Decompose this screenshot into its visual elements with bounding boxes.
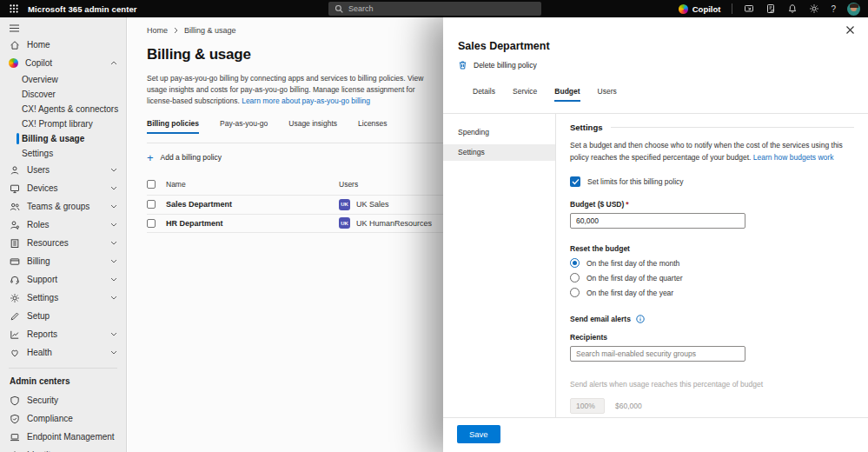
column-header-name: Name [166,180,339,189]
sidebar-item-copilot[interactable]: Copilot [0,54,126,72]
sidebar-item-security[interactable]: Security [0,391,126,409]
search-input[interactable] [348,4,535,13]
person-key-icon [9,220,20,230]
chevron-up-icon [108,61,119,65]
sidebar-item-copilot-settings[interactable]: Settings [0,146,126,161]
sidebar-item-health[interactable]: Health [0,343,126,362]
radio-reset-month[interactable]: On the first day of the month [570,258,854,268]
tab-pay-as-you-go[interactable]: Pay-as-you-go [220,119,268,134]
sidebar-item-label: Setup [27,311,50,321]
sidebar-item-resources[interactable]: Resources [0,234,126,252]
avatar-hair [850,3,858,8]
chevron-down-icon [108,332,119,336]
select-all-checkbox[interactable] [147,180,156,189]
sidebar-item-cx-prompt-library[interactable]: CX! Prompt library [0,116,126,131]
sidebar-item-settings[interactable]: Settings [0,289,126,307]
chevron-down-icon [108,223,119,227]
row-checkbox[interactable] [147,219,156,228]
help-icon[interactable]: ? [831,4,836,14]
subnav-item-spending[interactable]: Spending [443,124,555,141]
sidebar-item-roles[interactable]: Roles [0,216,126,234]
percent-input-disabled: 100% [570,398,605,414]
chevron-down-icon [108,204,119,209]
tab-billing-policies[interactable]: Billing policies [147,119,199,134]
sidebar-item-endpoint-management[interactable]: Endpoint Management [0,428,126,446]
sidebar-item-identity[interactable]: Identity [0,446,126,452]
copilot-button[interactable]: Copilot [679,4,721,14]
nav-collapse-button[interactable] [0,20,126,36]
chevron-down-icon [108,241,119,245]
sidebar-item-label: Settings [27,293,58,302]
panel-tab-users[interactable]: Users [598,87,617,102]
panel-tab-details[interactable]: Details [473,87,495,102]
row-checkbox[interactable] [147,200,156,209]
sidebar-item-overview[interactable]: Overview [0,72,126,87]
bell-icon[interactable] [787,3,798,14]
add-billing-policy-label: Add a billing policy [161,153,222,162]
panel-tab-budget[interactable]: Budget [554,87,580,102]
building-icon [9,238,20,249]
radio-label: On the first day of the quarter [586,274,683,282]
save-button[interactable]: Save [457,425,500,443]
shield-check-icon [9,414,20,424]
radio-reset-quarter[interactable]: On the first day of the quarter [570,273,854,282]
settings-section: Settings Set a budget and then choose wh… [556,114,868,417]
recipients-search-input[interactable] [570,346,745,362]
gear-icon [9,293,20,303]
budget-field-label: Budget ($ USD)* [570,200,854,209]
sidebar-item-label: CX! Prompt library [22,119,93,129]
avatar[interactable] [847,3,860,16]
breadcrumb-home[interactable]: Home [147,26,168,35]
note-edit-icon[interactable] [765,3,776,14]
trash-icon [458,60,467,70]
sidebar-item-reports[interactable]: Reports [0,325,126,343]
panel-tab-service[interactable]: Service [513,87,537,102]
sidebar-item-devices[interactable]: Devices [0,179,126,197]
sidebar-item-label: CX! Agents & connectors [22,104,118,114]
info-icon[interactable] [636,315,645,323]
sidebar-item-support[interactable]: Support [0,270,126,289]
sidebar-item-users[interactable]: Users [0,161,126,179]
sidebar-item-billing-usage[interactable]: Billing & usage [0,131,126,146]
budgets-help-link[interactable]: Learn how budgets work [753,153,834,162]
delete-billing-policy-button[interactable]: Delete billing policy [458,60,853,70]
suite-search[interactable] [328,2,541,16]
sidebar-item-discover[interactable]: Discover [0,87,126,102]
monitor-icon[interactable] [744,3,754,14]
radio-icon [570,273,580,282]
radio-reset-year[interactable]: On the first day of the year [570,288,854,297]
threshold-amount: $60,000 [615,402,642,410]
sidebar-item-label: Compliance [27,414,73,423]
gear-icon[interactable] [809,3,819,14]
tab-licenses[interactable]: Licenses [358,119,388,134]
breadcrumb-current: Billing & usage [184,26,236,35]
sidebar-item-billing[interactable]: Billing [0,252,126,270]
policy-name: Sales Department [166,200,339,209]
chevron-down-icon [108,296,119,300]
sidebar-item-compliance[interactable]: Compliance [0,409,126,428]
copilot-label: Copilot [692,4,721,14]
sidebar-item-home[interactable]: Home [0,36,126,54]
sidebar-item-label: Overview [22,75,58,84]
sidebar-item-label: Security [27,396,58,405]
sidebar-item-label: Endpoint Management [27,432,115,442]
billing-policy-panel: Sales Department Delete billing policy D… [443,17,868,452]
tab-usage-insights[interactable]: Usage insights [288,119,337,134]
sidebar-item-label: Devices [27,183,58,193]
close-icon[interactable] [845,25,855,35]
learn-more-link[interactable]: Learn more about pay-as-you-go billing [242,96,370,105]
subnav-item-settings[interactable]: Settings [443,144,555,161]
set-limits-checkbox[interactable]: Set limits for this billing policy [570,176,854,187]
sidebar-item-setup[interactable]: Setup [0,307,126,325]
app-launcher-button[interactable] [0,0,28,17]
sidebar-item-label: Discover [22,90,56,99]
topbar-divider [732,3,732,14]
budget-input[interactable] [570,213,745,229]
pencil-icon [9,311,20,322]
sidebar-item-cx-agents-connectors[interactable]: CX! Agents & connectors [0,102,126,116]
sidebar-item-teams-groups[interactable]: Teams & groups [0,197,126,216]
group-badge: UK [339,217,350,229]
waffle-icon [10,4,18,13]
section-title: Settings [570,123,602,132]
chevron-down-icon [108,350,119,355]
